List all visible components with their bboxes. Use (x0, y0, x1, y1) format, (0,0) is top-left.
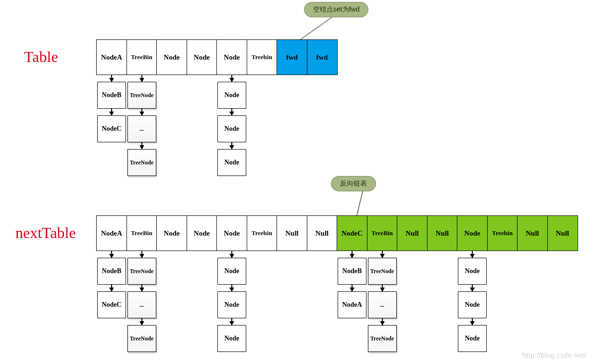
arrow-down-icon (111, 251, 112, 258)
arrow-down-icon (231, 109, 232, 115)
table-cell-7: fwd (307, 39, 338, 75)
nexttable-cell-7: Null (307, 215, 338, 251)
callout-bottom-line (0, 0, 593, 240)
arrow-down-icon (111, 109, 112, 115)
next-chain4-2: Node (217, 325, 246, 352)
arrow-down-icon (111, 75, 112, 82)
table-chain0-0: NodeB (97, 82, 126, 109)
next-chain0-1: NodeC (97, 291, 126, 318)
arrow-down-icon (472, 318, 473, 325)
arrow-down-icon (111, 285, 112, 291)
next-chain4-1: Node (217, 291, 246, 318)
next-chain12-2: Node (458, 325, 487, 352)
nexttable-cell-9: TreeBin (367, 215, 398, 251)
nexttable-cell-12: Node (457, 215, 488, 251)
table-chain1-0: TreeNode (127, 82, 156, 109)
arrow-down-icon (352, 251, 353, 258)
nexttable-cell-0: NodeA (96, 215, 127, 251)
svg-line-1 (357, 191, 363, 215)
next-chain8-0: NodeB (338, 258, 366, 285)
arrow-down-icon (382, 318, 383, 325)
arrow-down-icon (231, 251, 232, 258)
arrow-down-icon (141, 142, 142, 149)
nexttable-cell-4: Node (216, 215, 247, 251)
watermark: http://blog.csdn.net/ (522, 351, 586, 359)
nexttable-cell-2: Node (156, 215, 187, 251)
next-chain9-2: TreeNode (368, 325, 397, 352)
table-cell-5: Treebin (247, 39, 278, 75)
next-chain1-2: TreeNode (127, 325, 156, 352)
arrow-down-icon (231, 318, 232, 325)
nexttable-cell-1: TreeBin (126, 215, 157, 251)
arrow-down-icon (231, 285, 232, 291)
table-row: NodeATreeBinNodeNodeNodeTreebinfwdfwd (96, 39, 338, 75)
arrow-down-icon (141, 75, 142, 82)
arrow-down-icon (472, 251, 473, 258)
next-chain12-0: Node (458, 258, 487, 285)
nexttable-cell-11: Null (427, 215, 458, 251)
nexttable-cell-6: Null (277, 215, 307, 251)
arrow-down-icon (141, 285, 142, 291)
arrow-down-icon (141, 109, 142, 115)
next-chain0-0: NodeB (97, 258, 126, 285)
table-cell-2: Node (156, 39, 187, 75)
nexttable-cell-8: NodeC (337, 215, 367, 251)
nexttable-cell-14: Null (517, 215, 548, 251)
table-cell-1: TreeBin (126, 39, 157, 75)
next-chain9-0: TreeNode (368, 258, 397, 285)
table-chain4-0: Node (217, 82, 246, 109)
arrow-down-icon (382, 285, 383, 291)
table-cell-6: fwd (277, 39, 307, 75)
table-cell-0: NodeA (96, 39, 127, 75)
nexttable-cell-3: Node (187, 215, 217, 251)
next-chain12-1: Node (458, 291, 487, 318)
arrow-down-icon (382, 251, 383, 258)
next-chain1-1: ... (127, 291, 156, 318)
table-cell-4: Node (216, 39, 247, 75)
arrow-down-icon (141, 251, 142, 258)
next-chain9-1: ... (368, 291, 397, 318)
arrow-down-icon (352, 285, 353, 291)
next-chain4-0: Node (217, 258, 246, 285)
table-chain0-1: NodeC (97, 115, 126, 142)
table-chain4-1: Node (217, 115, 246, 142)
nexttable-cell-10: Null (397, 215, 428, 251)
table-chain1-1: ... (127, 115, 156, 142)
next-chain8-1: NodeA (338, 291, 366, 318)
nexttable-row: NodeATreeBinNodeNodeNodeTreebinNullNullN… (96, 215, 578, 251)
nexttable-cell-5: Treebin (247, 215, 278, 251)
arrow-down-icon (231, 142, 232, 149)
nexttable-cell-15: Null (547, 215, 578, 251)
arrow-down-icon (472, 285, 473, 291)
next-chain1-0: TreeNode (127, 258, 156, 285)
nexttable-cell-13: Treebin (487, 215, 518, 251)
table-chain4-2: Node (217, 149, 246, 176)
table-chain1-2: TreeNode (127, 149, 156, 176)
table-cell-3: Node (187, 39, 217, 75)
arrow-down-icon (231, 75, 232, 82)
arrow-down-icon (141, 318, 142, 325)
